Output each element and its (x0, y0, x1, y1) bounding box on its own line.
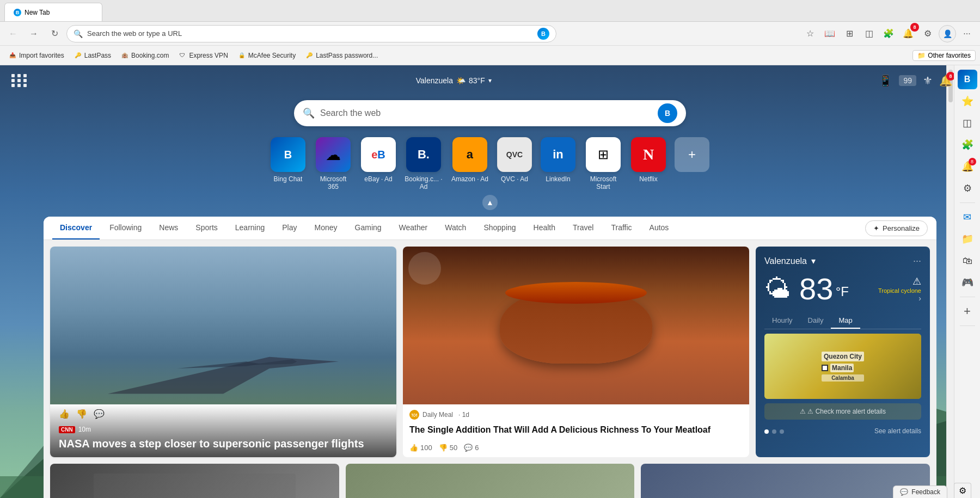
tab-weather[interactable]: Weather (391, 217, 436, 239)
fav-lastpass-pwd[interactable]: 🔑 LastPass password... (301, 48, 382, 63)
see-alert-link[interactable]: See alert details (874, 427, 921, 435)
more-options-button[interactable]: ··· (958, 25, 976, 42)
apps-button[interactable] (11, 72, 28, 89)
weather-tab-daily[interactable]: Daily (800, 313, 831, 329)
ebay-label: eBay · Ad (364, 175, 392, 183)
add-site-icon: + (675, 137, 709, 172)
refresh-button[interactable]: ↻ (46, 25, 63, 42)
sidebar-divider-2 (960, 297, 975, 297)
tab-play[interactable]: Play (274, 217, 304, 239)
sidebar-office[interactable]: 📁 (958, 229, 977, 249)
sidebar-outlook[interactable]: ✉ (958, 207, 977, 227)
active-tab[interactable]: B New Tab (4, 3, 102, 21)
fav-label: Booking.com (131, 52, 169, 59)
weather-tab-map[interactable]: Map (831, 313, 860, 329)
scrollbar[interactable] (946, 65, 954, 498)
weather-alert-button[interactable]: ⚠ ⚠ Check more alert details (764, 403, 921, 420)
sidebar-collections[interactable]: ◫ (958, 113, 977, 133)
tab-sports[interactable]: Sports (188, 217, 225, 239)
sidebar-bing-chat[interactable]: B (958, 70, 977, 89)
rewards-icon[interactable]: ⚜ (923, 74, 933, 87)
gear-icon: ⚙ (959, 485, 966, 496)
sidebar-settings[interactable]: ⚙ (958, 179, 977, 198)
bottom-article-meeting[interactable] (641, 464, 930, 498)
sidebar-divider-3 (960, 325, 975, 326)
mobile-icon[interactable]: 📱 (879, 74, 892, 87)
quick-link-ms-start[interactable]: ⊞ Microsoft Start (584, 137, 622, 190)
qvc-label: QVC · Ad (501, 175, 528, 183)
tab-title: New Tab (24, 9, 50, 16)
settings-button[interactable]: ⚙ (919, 25, 936, 42)
tab-preview-button[interactable]: ⊞ (841, 25, 858, 42)
favorites-collection-button[interactable]: ◫ (860, 25, 878, 42)
points-icon[interactable]: 99 (899, 75, 916, 86)
quick-link-ms365[interactable]: ☁ Microsoft 365 (314, 137, 352, 190)
quick-link-netflix[interactable]: N Netflix (631, 137, 666, 190)
tab-discover[interactable]: Discover (52, 217, 100, 239)
fav-label: Express VPN (189, 52, 228, 59)
sidebar-games[interactable]: 🎮 (958, 273, 977, 292)
extensions-sidebar-icon: 🧩 (961, 139, 973, 151)
profile-button[interactable]: 👤 (939, 25, 956, 42)
likes-stat: 👍 100 (409, 444, 432, 452)
fav-expressvpn[interactable]: 🛡 Express VPN (174, 48, 232, 63)
tab-news[interactable]: News (151, 217, 186, 239)
tab-health[interactable]: Health (526, 217, 563, 239)
main-news-card[interactable]: CNN 10m NASA moves a step closer to supe… (50, 247, 396, 457)
ms365-label: Microsoft 365 (314, 175, 352, 190)
quick-link-amazon[interactable]: a Amazon · Ad (451, 137, 488, 190)
feedback-button[interactable]: 💬 Feedback (893, 485, 947, 498)
quick-link-add[interactable]: + (675, 137, 709, 190)
weather-tab-hourly[interactable]: Hourly (764, 313, 800, 329)
page-settings-button[interactable]: ⚙ (954, 483, 971, 498)
extensions-button[interactable]: 🧩 (880, 25, 897, 42)
reading-view-button[interactable]: 📖 (821, 25, 838, 42)
quick-link-linkedin[interactable]: in LinkedIn (541, 137, 575, 190)
bottom-article-crowd[interactable] (346, 464, 635, 498)
tab-following[interactable]: Following (102, 217, 149, 239)
address-bar[interactable]: 🔍 Search the web or type a URL B (66, 25, 556, 42)
bottom-article-trump[interactable] (50, 464, 339, 498)
favorites-star-button[interactable]: ☆ (801, 25, 819, 42)
fav-import-favorites[interactable]: 📥 Import favorites (4, 48, 69, 63)
booking-icon: 🏨 (121, 52, 128, 59)
tab-watch[interactable]: Watch (437, 217, 474, 239)
bing-chat-label: Bing Chat (274, 175, 303, 183)
trump-article-image (50, 464, 339, 498)
sidebar-favorites[interactable]: ⭐ (958, 91, 977, 111)
tab-learning[interactable]: Learning (228, 217, 273, 239)
weather-more-button[interactable]: ··· (913, 255, 921, 267)
feedback-label: Feedback (911, 488, 940, 496)
other-favorites-button[interactable]: 📁 Other favorites (912, 50, 976, 61)
meatloaf-article-card[interactable]: 🍽 Daily Meal · 1d The Single Addition Th… (403, 247, 749, 457)
fav-lastpass[interactable]: 🔑 LastPass (70, 48, 115, 63)
tab-autos[interactable]: Autos (642, 217, 677, 239)
back-button[interactable]: ← (4, 25, 22, 42)
sidebar-add[interactable]: + (958, 302, 977, 321)
quick-link-bing-chat[interactable]: B Bing Chat (271, 137, 305, 190)
bing-submit-button[interactable]: B (658, 103, 677, 123)
weather-main: 🌤 83 °F ⚠ Tropical cyclone › (764, 271, 921, 306)
sidebar-shopping[interactable]: 🛍 (958, 251, 977, 270)
location-weather[interactable]: Valenzuela 🌤️ 83°F ▾ (416, 76, 492, 85)
quick-link-qvc[interactable]: QVC QVC · Ad (497, 137, 532, 190)
tab-shopping[interactable]: Shopping (476, 217, 523, 239)
forward-button[interactable]: → (25, 25, 42, 42)
fav-mcafee[interactable]: 🔒 McAfee Security (234, 48, 300, 63)
quick-link-booking[interactable]: B. Booking.c... · Ad (405, 137, 443, 190)
tab-traffic[interactable]: Traffic (603, 217, 639, 239)
personalize-button[interactable]: ✦ Personalize (865, 220, 928, 236)
tab-travel[interactable]: Travel (565, 217, 601, 239)
feedback-icon: 💬 (900, 488, 908, 496)
tab-money[interactable]: Money (307, 217, 345, 239)
other-favorites-label: Other favorites (928, 52, 971, 59)
fav-booking[interactable]: 🏨 Booking.com (117, 48, 173, 63)
tab-gaming[interactable]: Gaming (347, 217, 389, 239)
sidebar-extensions[interactable]: 🧩 (958, 135, 977, 155)
location-name: Valenzuela (416, 76, 453, 85)
temperature-value: 83 (799, 272, 833, 306)
sidebar-notifications[interactable]: 🔔 8 (958, 157, 977, 176)
search-input-container[interactable]: 🔍 Search the web B (294, 100, 686, 126)
quick-link-ebay[interactable]: eB eBay · Ad (361, 137, 396, 190)
collapse-button[interactable]: ▲ (482, 195, 498, 210)
